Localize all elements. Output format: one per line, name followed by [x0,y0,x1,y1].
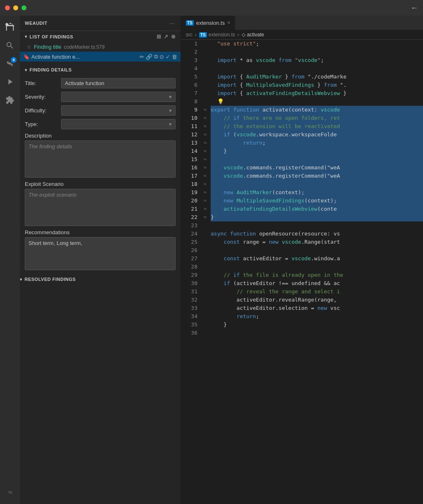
code-line: activateFindingDetailsWebview(conte [211,205,423,213]
line-number: 13 [184,139,197,147]
table-icon[interactable]: ⊞ [157,33,162,40]
sidebar-header: WEAUDIT ··· [20,16,181,31]
code-line [211,180,423,188]
delete-icon[interactable]: 🗑 [172,54,177,60]
chevron-down-icon: ▾ [25,34,27,39]
breadcrumb-ts-badge: TS [199,32,207,38]
type-select[interactable]: ▾ [61,119,176,129]
copy-icon[interactable]: ⧉ [154,53,158,60]
trail-icon [201,40,209,48]
trail-icon: TB [201,205,209,213]
chevron-down-icon-2: ▾ [25,68,27,72]
explorer-icon[interactable] [2,19,18,36]
code-line: const range = new vscode.Range(start [211,238,423,246]
line-number: 10 [184,114,197,122]
line-number: 23 [184,221,197,230]
code-line: if (vscode.workspace.workspaceFolde [211,131,423,139]
back-button[interactable]: ← [411,4,418,12]
code-line: vscode.commands.registerCommand("weA [211,164,423,172]
menu-icon[interactable]: ··· [169,19,176,27]
difficulty-label: Difficulty: [25,107,58,114]
trail-icon: TB [201,114,209,122]
source-control-icon[interactable]: 9 [2,55,18,72]
line-number: 11 [184,122,197,131]
title-input[interactable]: Activate function [61,78,176,88]
code-line: export function activate(context: vscode [211,106,423,114]
list-of-findings-header[interactable]: ▾ LIST OF FINDINGS ⊞ ↗ ⊕ [20,31,181,42]
tab-filename: extension.ts [196,20,225,26]
share-icon[interactable]: ↗ [164,33,169,40]
line-number: 9 [184,106,197,114]
description-textarea[interactable]: The finding details [25,140,176,178]
breadcrumb: src › TS extension.ts › ◇ activate [181,30,423,40]
code-line: if (activeEditor !== undefined && ac [211,279,423,288]
sidebar-actions: ··· [169,19,176,27]
code-line: new AuditMarker(context); [211,188,423,197]
extensions-icon[interactable] [2,92,18,108]
source-control-badge: 9 [11,57,17,63]
trail-icon [201,89,209,97]
line-number: 2 [184,48,197,56]
recommendations-textarea[interactable]: Short term, Long term, [25,237,176,270]
bookmark-icon: 🔖 [23,54,30,60]
trailbits-icon[interactable]: TB [2,484,18,501]
difficulty-field-row: Difficulty: ▾ [25,105,176,116]
exploit-scenario-textarea[interactable]: The exploit scenario [25,189,176,226]
line-number: 30 [184,279,197,288]
trail-minimap: TBTBTBTBTBTBTBTBTBTBTBTBTBTB [201,40,209,504]
line-number: 14 [184,147,197,155]
trail-icon [201,254,209,263]
line-number: 15 [184,155,197,164]
export-icon[interactable]: ⊕ [171,33,176,40]
finding-title-item[interactable]: ☆ Finding title codeMarker.ts:579 [20,42,181,52]
breadcrumb-fn-icon: ◇ [242,32,245,38]
finding-title-text: Finding title [34,44,61,50]
trail-icon: TB [201,131,209,139]
extension-ts-tab[interactable]: TS extension.ts × [181,16,235,30]
maximize-window-button[interactable] [21,5,26,10]
check-icon[interactable]: ✓ [166,54,170,60]
severity-select[interactable]: ▾ [61,92,176,102]
title-field-row: Title: Activate function [25,78,176,88]
code-line: new MultipleSavedFindings(context); [211,197,423,205]
line-number: 16 [184,164,197,172]
breadcrumb-sep2: › [238,32,239,38]
resolved-findings-label: RESOLVED FINDINGS [25,277,76,282]
trail-icon: TB [201,180,209,188]
line-number: 35 [184,321,197,329]
trail-icon [201,73,209,81]
code-line: return; [211,139,423,147]
line-number: 33 [184,304,197,312]
tab-close-button[interactable]: × [227,20,230,26]
code-editor: 1234567891011121314151617181920212223242… [181,40,423,504]
difficulty-select[interactable]: ▾ [61,105,176,116]
run-debug-icon[interactable] [2,74,18,90]
chevron-down-icon-4: ▾ [169,107,172,114]
code-content[interactable]: "use strict"; import * as vscode from "v… [209,40,423,504]
github-icon[interactable]: ⊙ [159,54,164,60]
line-number: 12 [184,131,197,139]
active-finding-row[interactable]: 🔖 Activate function e... ✏ 🔗 ⧉ ⊙ ✓ 🗑 [20,52,181,62]
line-number: 20 [184,197,197,205]
trail-icon: TB [201,139,209,147]
code-line: // the extension will be reactivated [211,122,423,131]
tab-bar: TS extension.ts × [181,16,423,30]
edit-icon[interactable]: ✏ [140,54,144,60]
main-layout: 9 TB WEAUDIT ··· ▾ LIST OF FINDINGS ⊞ ↗ [0,16,423,504]
close-window-button[interactable] [5,5,10,10]
chevron-down-icon-5: ▾ [169,121,172,127]
finding-action-icons: ✏ 🔗 ⧉ ⊙ ✓ 🗑 [140,53,177,60]
code-line: activeEditor.revealRange(range, [211,296,423,304]
link-icon[interactable]: 🔗 [146,54,152,60]
breadcrumb-src: src [186,32,192,38]
chevron-down-icon-3: ▾ [169,94,172,100]
finding-details-header[interactable]: ▾ FINDING DETAILS [20,65,181,75]
line-number: 34 [184,312,197,321]
search-icon[interactable] [2,37,18,54]
trail-icon: TB [201,172,209,180]
minimize-window-button[interactable] [13,5,18,10]
line-number: 8 [184,97,197,106]
line-numbers: 1234567891011121314151617181920212223242… [181,40,201,504]
resolved-findings-header[interactable]: ▾ RESOLVED FINDINGS [20,277,181,282]
exploit-scenario-label: Exploit Scenario [25,181,176,187]
